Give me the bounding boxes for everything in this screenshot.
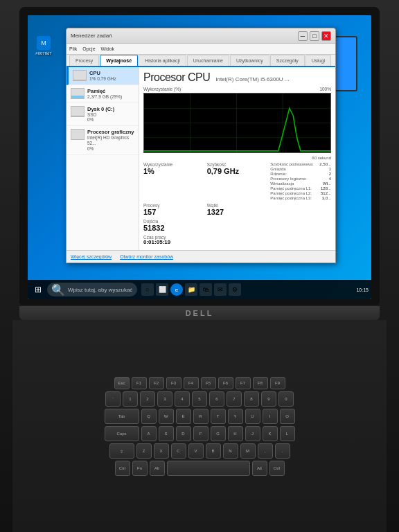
cache-l2-value: 512... <box>321 191 331 195</box>
taskbar-icon-cortana[interactable]: ○ <box>141 283 154 296</box>
menu-opcje[interactable]: Opcje <box>82 46 95 51</box>
tab-uruchamianie[interactable]: Uruchamianie <box>187 55 229 66</box>
key-5[interactable]: 5 <box>192 391 207 407</box>
key-c[interactable]: C <box>171 443 186 459</box>
key-esc[interactable]: Esc <box>114 377 130 389</box>
screen-bezel: M #0078d7 Menedżer zadań ─ □ ✕ <box>19 7 380 305</box>
key-f9[interactable]: F9 <box>270 377 285 389</box>
key-4[interactable]: 4 <box>175 391 190 407</box>
system-time: 10:15 <box>356 287 369 292</box>
tab-procesy[interactable]: Procesy <box>69 55 99 66</box>
menu-widok[interactable]: Widok <box>101 46 114 51</box>
uptime-value: 0:01:05:19 <box>143 240 204 246</box>
key-caps[interactable]: Caps <box>105 426 139 441</box>
cache-l1-stat: Pamięć podręczna L1: 128... <box>270 186 331 190</box>
key-n[interactable]: N <box>223 443 238 459</box>
taskbar-icon-taskview[interactable]: ⬜ <box>156 283 168 296</box>
key-j[interactable]: J <box>245 426 260 441</box>
taskbar-icon-store[interactable]: 🛍 <box>200 283 212 296</box>
tab-szczegoly[interactable]: Szczegóły <box>270 55 305 66</box>
key-f5[interactable]: F5 <box>201 377 216 389</box>
key-e[interactable]: E <box>176 409 191 424</box>
tab-uslugi[interactable]: Usługi <box>305 55 331 66</box>
sidebar-item-memory[interactable]: Pamięć 2,3/7,9 GB (29%) <box>66 85 139 103</box>
key-1[interactable]: 1 <box>123 391 138 407</box>
key-u[interactable]: U <box>245 409 260 424</box>
key-8[interactable]: 8 <box>244 391 259 407</box>
key-b[interactable]: B <box>206 443 221 459</box>
key-x[interactable]: X <box>154 443 169 459</box>
key-alt-right[interactable]: Alt <box>252 461 267 476</box>
key-f6[interactable]: F6 <box>218 377 233 389</box>
key-backtick[interactable]: ` <box>105 391 121 407</box>
taskbar-icon-explorer[interactable]: 📁 <box>185 283 197 296</box>
tab-wydajnosc[interactable]: Wydajność <box>100 55 138 66</box>
close-button[interactable]: ✕ <box>321 31 331 41</box>
key-f8[interactable]: F8 <box>253 377 268 389</box>
desktop-icon-microsoft[interactable]: M #0078d7 <box>30 36 57 55</box>
key-w[interactable]: W <box>159 409 174 424</box>
menu-plik[interactable]: Plik <box>69 46 77 51</box>
window-footer: Więcej szczegółów Otwórz monitor zasobów <box>66 250 335 263</box>
key-comma[interactable]: , <box>258 443 273 459</box>
maximize-button[interactable]: □ <box>310 31 319 41</box>
sidebar-item-disk[interactable]: Dysk 0 (C:) SSD0% <box>66 103 139 127</box>
key-y[interactable]: Y <box>228 409 243 424</box>
start-button[interactable]: ⊞ <box>30 282 46 297</box>
key-ctrl-right[interactable]: Ctrl <box>269 461 285 476</box>
key-tab[interactable]: Tab <box>105 409 139 424</box>
key-r[interactable]: R <box>193 409 209 424</box>
titlebar: Menedżer zadań ─ □ ✕ <box>66 28 335 44</box>
key-f3[interactable]: F3 <box>166 377 181 389</box>
key-f[interactable]: F <box>193 426 209 441</box>
key-z[interactable]: Z <box>136 443 152 459</box>
sidebar-item-cpu[interactable]: CPU 1% 0,79 GHz <box>66 67 139 85</box>
key-period[interactable]: . <box>275 443 290 459</box>
key-shift-left[interactable]: ⇧ <box>109 443 134 459</box>
key-space[interactable] <box>167 461 250 476</box>
key-f4[interactable]: F4 <box>184 377 199 389</box>
microsoft-icon: M <box>37 36 51 50</box>
key-m[interactable]: M <box>240 443 256 459</box>
taskbar-icon-settings[interactable]: ⚙ <box>229 283 241 296</box>
taskbar-search-bar[interactable]: 🔍 Wpisz tutaj, aby wyszukać <box>47 283 137 296</box>
key-t[interactable]: T <box>211 409 226 424</box>
key-3[interactable]: 3 <box>157 391 172 407</box>
key-a[interactable]: A <box>141 426 157 441</box>
tab-historia[interactable]: Historia aplikacji <box>139 55 186 66</box>
key-i[interactable]: I <box>263 409 278 424</box>
cpu-stats-grid: Wykorzystanie 1% Szybkość 0,79 GHz <box>143 162 331 246</box>
more-details-link[interactable]: Więcej szczegółów <box>71 254 112 259</box>
cache-l3-label: Pamięć podręczna L3: <box>270 196 312 200</box>
key-f1[interactable]: F1 <box>132 377 147 389</box>
key-9[interactable]: 9 <box>261 391 276 407</box>
key-6[interactable]: 6 <box>209 391 224 407</box>
disk-detail: SSD0% <box>87 112 134 123</box>
taskbar-icon-edge[interactable]: e <box>170 283 183 296</box>
minimize-button[interactable]: ─ <box>298 31 308 41</box>
key-d[interactable]: D <box>176 426 191 441</box>
key-2[interactable]: 2 <box>140 391 155 407</box>
key-k[interactable]: K <box>263 426 278 441</box>
logical-proc-value: 4 <box>329 177 331 181</box>
key-7[interactable]: 7 <box>227 391 242 407</box>
key-q[interactable]: Q <box>141 409 157 424</box>
taskbar-icon-mail[interactable]: ✉ <box>214 283 227 296</box>
key-ctrl-left[interactable]: Ctrl <box>115 461 130 476</box>
keyboard-row-zxcv: ⇧ Z X C V B N M , . <box>109 443 290 459</box>
key-f2[interactable]: F2 <box>149 377 164 389</box>
tab-uzytkownicy[interactable]: Użytkownicy <box>230 55 269 66</box>
key-l[interactable]: L <box>280 426 295 441</box>
cpu-panel-title: Procesor CPU <box>143 71 210 84</box>
key-s[interactable]: S <box>159 426 174 441</box>
key-h[interactable]: H <box>228 426 243 441</box>
open-resource-monitor-link[interactable]: Otwórz monitor zasobów <box>120 254 173 259</box>
key-fn[interactable]: Fn <box>132 461 148 476</box>
key-o[interactable]: O <box>280 409 295 424</box>
key-0[interactable]: 0 <box>278 391 294 407</box>
key-v[interactable]: V <box>188 443 204 459</box>
key-f7[interactable]: F7 <box>236 377 251 389</box>
key-alt-left[interactable]: Alt <box>150 461 165 476</box>
key-g[interactable]: G <box>211 426 226 441</box>
sidebar-item-gpu[interactable]: Procesor graficzny Intel(R) HD Graphics … <box>66 126 139 154</box>
